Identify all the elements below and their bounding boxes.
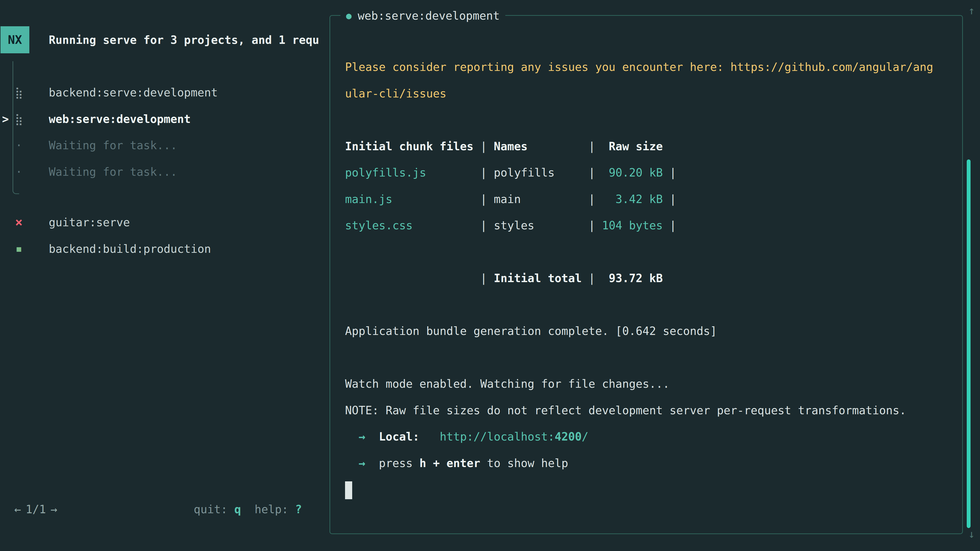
other-task-list: ×guitar:serve■backend:build:production <box>0 209 329 262</box>
terminal-line: → press h + enter to show help <box>345 450 956 476</box>
terminal-text-segment: | <box>413 219 494 232</box>
terminal-text-segment <box>365 457 379 470</box>
terminal-text-segment: Raw size <box>602 140 663 153</box>
terminal-text-segment: | <box>426 166 494 179</box>
terminal-text-segment: 3.42 kB <box>602 192 663 206</box>
terminal-text-segment: 4200 <box>555 430 582 443</box>
terminal-line: styles.css | styles | 104 bytes | <box>345 212 956 239</box>
terminal-line <box>345 476 956 503</box>
pagination-page-indicator: 1/1 <box>26 503 46 516</box>
terminal-line <box>345 239 956 265</box>
spinner-icon: ⣷ <box>11 106 27 132</box>
terminal-text-segment: 90.20 kB <box>602 166 663 179</box>
terminal-text-segment: Watch mode enabled. Watching for file ch… <box>345 377 670 390</box>
terminal-text-segment: | <box>663 192 676 206</box>
task-label: Waiting for task... <box>49 159 177 185</box>
terminal-text-segment: press <box>379 457 419 470</box>
terminal-text-segment: polyfills <box>494 166 555 179</box>
terminal-text-segment: | <box>392 192 493 206</box>
terminal-text-segment: styles.css <box>345 219 413 232</box>
terminal-text-segment: → <box>359 457 366 470</box>
terminal-line: → Local: http://localhost:4200/ <box>345 424 956 450</box>
terminal-text-segment <box>345 457 359 470</box>
terminal-text-segment: 93.72 kB <box>602 272 663 285</box>
spinner-icon: ⣷ <box>11 79 27 106</box>
terminal-line: main.js | main | 3.42 kB | <box>345 186 956 213</box>
nx-logo: NX <box>0 26 29 53</box>
task-label: guitar:serve <box>49 209 130 236</box>
terminal-line <box>345 292 956 318</box>
pagination-left-arrow-icon[interactable]: ← <box>14 503 21 516</box>
terminal-text-segment: Initial chunk files <box>345 140 473 153</box>
scroll-up-arrow-icon: ↑ <box>966 3 977 18</box>
output-panel: ● web:serve:development Please consider … <box>329 15 963 534</box>
stopped-square-icon: ■ <box>11 236 27 262</box>
help-bar-segment: quit: <box>194 503 234 516</box>
terminal-line <box>345 345 956 371</box>
terminal-text-segment: main.js <box>345 192 392 206</box>
task-label: web:serve:development <box>49 106 191 132</box>
terminal-text-segment: 104 bytes <box>602 219 663 232</box>
terminal-text-segment: Please consider reporting any issues you… <box>345 60 933 73</box>
terminal-text-segment: http://localhost: <box>440 430 555 443</box>
task-item[interactable]: >⣷web:serve:development <box>0 106 329 132</box>
task-list: ⣷backend:serve:development>⣷web:serve:de… <box>0 79 329 185</box>
scrollbar-thumb[interactable] <box>967 159 970 528</box>
task-item[interactable]: ⣷backend:serve:development <box>0 79 329 106</box>
waiting-dot-icon: · <box>11 132 27 159</box>
help-bar-segment: help: <box>241 503 295 516</box>
terminal-text-segment: | <box>582 272 602 285</box>
pagination[interactable]: ← 1/1 → <box>14 496 57 522</box>
terminal-text-segment: / <box>582 430 589 443</box>
terminal-text-segment: | <box>535 219 602 232</box>
failed-cross-icon: × <box>11 209 27 236</box>
task-label: backend:build:production <box>49 236 211 262</box>
terminal-text-segment: ular-cli/issues <box>345 87 446 100</box>
terminal-text-segment: → <box>359 430 366 443</box>
task-item[interactable]: ·Waiting for task... <box>0 159 329 185</box>
terminal-line: ular-cli/issues <box>345 80 956 107</box>
terminal-output: Please consider reporting any issues you… <box>345 54 956 503</box>
terminal-text-segment: Initial total <box>494 272 582 285</box>
help-bar: quit: q help: ? <box>194 496 302 522</box>
terminal-line: Initial chunk files | Names | Raw size <box>345 133 956 160</box>
terminal-line <box>345 106 956 133</box>
terminal-text-segment: NOTE: Raw file sizes do not reflect deve… <box>345 404 906 417</box>
panel-title: ● web:serve:development <box>340 9 505 23</box>
panel-title-text: web:serve:development <box>358 9 500 23</box>
terminal-text-segment: main <box>494 192 521 206</box>
terminal-cursor <box>345 481 352 499</box>
terminal-text-segment: | <box>473 140 493 153</box>
terminal-text-segment <box>345 430 359 443</box>
terminal-line: Application bundle generation complete. … <box>345 318 956 345</box>
terminal-text-segment: | <box>528 140 602 153</box>
waiting-dot-icon: · <box>11 159 27 185</box>
task-label: backend:serve:development <box>49 79 218 106</box>
terminal-line: Watch mode enabled. Watching for file ch… <box>345 371 956 397</box>
terminal-text-segment: Application bundle generation complete. … <box>345 324 717 338</box>
terminal-text-segment: | <box>345 272 494 285</box>
task-item[interactable]: ·Waiting for task... <box>0 132 329 159</box>
terminal-text-segment: h + enter <box>419 457 480 470</box>
terminal-text-segment: | <box>521 192 602 206</box>
terminal-text-segment: to show help <box>480 457 568 470</box>
terminal-text-segment: styles <box>494 219 535 232</box>
sidebar-title: Running serve for 3 projects, and 1 requ <box>49 26 326 53</box>
terminal-text-segment <box>365 430 379 443</box>
terminal-text-segment: | <box>555 166 602 179</box>
terminal-line: | Initial total | 93.72 kB <box>345 265 956 292</box>
terminal-text-segment: Local: <box>379 430 419 443</box>
terminal-line: Please consider reporting any issues you… <box>345 54 956 80</box>
terminal-text-segment <box>419 430 439 443</box>
selected-task-caret-icon: > <box>2 106 9 132</box>
pagination-right-arrow-icon[interactable]: → <box>51 503 57 516</box>
task-item[interactable]: ×guitar:serve <box>0 209 329 236</box>
terminal-text-segment: | <box>663 219 676 232</box>
task-label: Waiting for task... <box>49 132 177 159</box>
help-bar-segment: ? <box>295 503 302 516</box>
help-bar-segment: q <box>234 503 241 516</box>
task-item[interactable]: ■backend:build:production <box>0 236 329 262</box>
terminal-line: NOTE: Raw file sizes do not reflect deve… <box>345 397 956 424</box>
task-list-sidebar: NX Running serve for 3 projects, and 1 r… <box>0 0 329 551</box>
terminal-text-segment: polyfills.js <box>345 166 426 179</box>
